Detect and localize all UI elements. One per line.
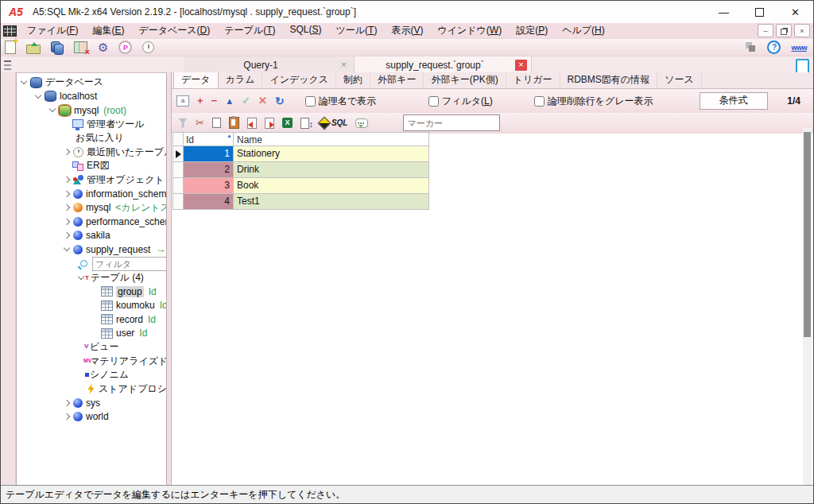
marker-diamond-icon[interactable]: [317, 116, 331, 130]
cell-name[interactable]: Drink: [234, 162, 429, 178]
subtab-0[interactable]: データ: [173, 72, 219, 88]
condition-button[interactable]: 条件式: [700, 92, 768, 110]
paste-icon[interactable]: [229, 117, 239, 129]
tree-item-mysql[interactable]: mysql<カレントスキーマ: [17, 201, 166, 215]
scrollbar-thumb[interactable]: [804, 132, 811, 337]
subtab-2[interactable]: インデックス: [262, 72, 336, 88]
row-selector-cell[interactable]: [172, 146, 184, 162]
subtab-3[interactable]: 制約: [336, 72, 370, 88]
import-file-icon[interactable]: [247, 118, 257, 129]
tree-item-group[interactable]: groupId: [17, 285, 166, 299]
tree-filter-input[interactable]: [92, 257, 167, 271]
expander-open-icon[interactable]: [35, 92, 41, 99]
cell-name[interactable]: Test1: [234, 194, 429, 210]
menu-item-F[interactable]: ファイル(F): [20, 22, 85, 39]
tree-item-world[interactable]: world: [17, 410, 166, 425]
refresh-icon[interactable]: ↻: [275, 95, 285, 107]
checkbox-0[interactable]: 論理名で表示: [305, 95, 376, 108]
tree-item-ER-[interactable]: ER図: [17, 159, 166, 173]
tree-toggle-icon[interactable]: [4, 60, 14, 70]
www-link-icon[interactable]: www: [791, 44, 807, 52]
comment-bubble-icon[interactable]: [355, 118, 368, 128]
menu-item-D[interactable]: データベース(D): [131, 22, 217, 39]
tab-close-icon[interactable]: ×: [515, 60, 527, 71]
menu-item-H[interactable]: ヘルプ(H): [555, 22, 612, 39]
tree-item-supply-request[interactable]: supply_request→: [17, 242, 166, 257]
cell-id[interactable]: 2: [184, 162, 234, 178]
expander-open-icon[interactable]: [49, 106, 56, 112]
sort-asc-icon[interactable]: ▲: [225, 95, 234, 107]
row-selector-cell[interactable]: [172, 194, 184, 210]
checkbox-2[interactable]: 論理削除行をグレー表示: [534, 95, 653, 108]
tab-close-icon[interactable]: ×: [338, 60, 350, 71]
cascade-windows-icon[interactable]: [746, 42, 757, 52]
cut-scissors-icon[interactable]: ✂: [196, 118, 204, 129]
tree-item-localhost[interactable]: localhost: [17, 90, 166, 104]
tree-item--[interactable]: ストアドプロシージャ: [17, 382, 166, 397]
copy-icon[interactable]: [212, 118, 221, 128]
checkbox-input-2[interactable]: [534, 96, 545, 107]
expander-closed-icon[interactable]: [64, 232, 70, 238]
cell-id[interactable]: 3: [184, 178, 234, 194]
expander-closed-icon[interactable]: [64, 219, 70, 225]
menu-item-P[interactable]: 設定(P): [509, 22, 555, 39]
checkbox-1[interactable]: フィルタ(L): [428, 95, 493, 108]
column-header-name[interactable]: Name: [234, 132, 429, 146]
menu-item-E[interactable]: 編集(E): [85, 22, 131, 39]
menu-item-W[interactable]: ウインドウ(W): [430, 22, 509, 39]
tree-item--[interactable]: マテリアライズドビュー: [17, 355, 166, 369]
expander-closed-icon[interactable]: [64, 413, 70, 420]
history-clock-icon[interactable]: [142, 41, 154, 53]
row-selector-cell[interactable]: [172, 162, 184, 178]
menu-item-T[interactable]: テーブル(T): [217, 22, 282, 39]
cell-name[interactable]: Book: [234, 178, 429, 194]
mdi-restore-button[interactable]: [776, 24, 792, 37]
table-delete-icon[interactable]: [74, 41, 87, 53]
sql-generate-icon[interactable]: SQL: [331, 118, 348, 129]
menu-item-V[interactable]: 表示(V): [384, 22, 430, 39]
subtab-7[interactable]: RDBMS固有の情報: [560, 72, 658, 88]
expander-closed-icon[interactable]: [64, 149, 70, 155]
tree-item-koumoku[interactable]: koumokuId: [17, 299, 166, 313]
checkbox-input-1[interactable]: [428, 96, 439, 107]
tree-item--[interactable]: 管理オブジェクト: [17, 173, 166, 188]
add-row-icon[interactable]: +: [197, 95, 204, 107]
subtab-1[interactable]: カラム: [219, 72, 263, 88]
mdi-minimize-button[interactable]: –: [758, 24, 773, 37]
menu-item-S[interactable]: SQL(S): [282, 22, 328, 39]
open-folder-icon[interactable]: [26, 45, 41, 54]
expander-open-icon[interactable]: [21, 78, 27, 84]
delete-row-icon[interactable]: −: [211, 95, 218, 107]
maximize-button[interactable]: [742, 1, 777, 23]
cell-id[interactable]: 4: [184, 194, 234, 210]
tree-item-user[interactable]: userId: [17, 327, 166, 341]
database-copy-icon[interactable]: [51, 41, 64, 53]
help-icon[interactable]: ?: [767, 41, 781, 54]
tab-supply-request-group-[interactable]: supply_request.`group`×: [355, 56, 532, 73]
cell-name[interactable]: Stationery: [234, 146, 429, 162]
new-document-icon[interactable]: [5, 41, 16, 54]
tree-item--[interactable]: シノニム: [17, 368, 166, 382]
export-file-icon[interactable]: [265, 118, 274, 129]
fit-columns-icon[interactable]: a: [176, 95, 189, 107]
copy-special-icon[interactable]: [300, 118, 309, 129]
vertical-scrollbar[interactable]: [803, 128, 812, 486]
tree-item--[interactable]: 最近開いたテーブル: [17, 145, 166, 160]
tree-item-sys[interactable]: sys: [17, 396, 166, 410]
tree-item--[interactable]: 管理者ツール: [17, 118, 166, 132]
excel-export-icon[interactable]: X: [282, 118, 293, 128]
expander-open-icon[interactable]: [78, 273, 84, 280]
tree-item-sakila[interactable]: sakila: [17, 229, 166, 243]
row-selector-cell[interactable]: [172, 178, 184, 194]
subtab-4[interactable]: 外部キー: [370, 72, 424, 88]
tree-item-performance-schema[interactable]: performance_schema: [17, 215, 166, 229]
tree-item--[interactable]: ビュー: [17, 340, 166, 355]
menu-item-T[interactable]: ツール(T): [329, 22, 385, 39]
filter-funnel-icon[interactable]: [178, 118, 188, 128]
tree-item-mysql[interactable]: mysql(root): [17, 103, 166, 118]
cell-id[interactable]: 1: [184, 146, 234, 162]
mdi-close-button[interactable]: ×: [794, 24, 810, 37]
checkbox-input-0[interactable]: [305, 96, 316, 107]
expander-open-icon[interactable]: [64, 245, 70, 251]
tree-item-record[interactable]: recordId: [17, 312, 166, 327]
